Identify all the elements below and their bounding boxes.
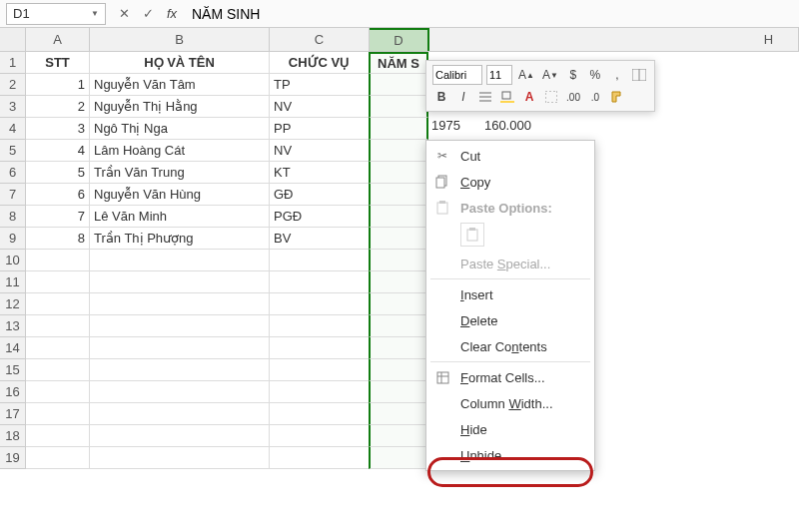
cell-role[interactable]: BV [270,228,370,250]
cell-year[interactable] [369,206,428,228]
cell-name[interactable]: Nguyễn Văn Hùng [90,184,270,206]
italic-button[interactable]: I [454,87,472,107]
cell[interactable] [26,425,90,447]
menu-unhide[interactable]: Unhide [426,442,594,468]
menu-insert[interactable]: Insert [426,281,594,307]
percent-format-icon[interactable]: % [586,65,604,85]
cell[interactable] [270,315,370,337]
cell[interactable] [369,315,428,337]
menu-column-width[interactable]: Column Width... [426,390,594,416]
row-header[interactable]: 10 [0,250,26,271]
cell-role[interactable]: NV [270,96,370,118]
row-header[interactable]: 1 [0,52,26,74]
cell[interactable] [26,315,90,337]
cell-name[interactable]: Nguyễn Thị Hằng [90,96,270,118]
menu-format-cells[interactable]: Format Cells... [426,364,594,390]
cell[interactable] [369,293,428,315]
cell-name[interactable]: Trần Thị Phượng [90,228,270,250]
decrease-font-icon[interactable]: A▼ [540,65,560,85]
cell[interactable] [26,271,90,293]
merge-cells-icon[interactable] [630,65,648,85]
cell-stt[interactable]: 2 [26,96,90,118]
cell[interactable] [270,271,370,293]
row-header[interactable]: 2 [0,74,26,96]
cell-stt[interactable]: 8 [26,228,90,250]
cell[interactable] [270,447,370,469]
cell-stt[interactable]: 5 [26,162,90,184]
cell[interactable] [270,425,370,447]
cell[interactable] [369,403,428,425]
header-name[interactable]: HỌ VÀ TÊN [90,52,270,74]
cell-year[interactable] [369,74,428,96]
row-header[interactable]: 13 [0,315,26,337]
cell[interactable] [369,381,428,403]
header-role[interactable]: CHỨC VỤ [270,52,370,74]
cell-stt[interactable]: 7 [26,206,90,228]
menu-hide[interactable]: Hide [426,416,594,442]
menu-copy[interactable]: Copy [426,169,594,195]
cell[interactable] [369,359,428,381]
row-header[interactable]: 17 [0,403,26,425]
cell-role[interactable]: PGĐ [270,206,370,228]
row-header[interactable]: 8 [0,206,26,228]
cell[interactable] [90,447,270,469]
font-size-selector[interactable] [486,65,512,85]
cell[interactable] [26,359,90,381]
cancel-icon[interactable]: ✕ [112,3,136,25]
cell-name[interactable]: Nguyễn Văn Tâm [90,74,270,96]
row-header[interactable]: 14 [0,337,26,359]
row-header[interactable]: 4 [0,118,26,140]
cell-role[interactable]: NV [270,140,370,162]
cell-name[interactable]: Lê Văn Minh [90,206,270,228]
row-header[interactable]: 12 [0,293,26,315]
col-header-B[interactable]: B [90,28,270,51]
row-header[interactable]: 18 [0,425,26,447]
row-header[interactable]: 6 [0,162,26,184]
cell-year[interactable] [369,184,428,206]
select-all-corner[interactable] [0,28,26,51]
cell-year[interactable] [369,228,428,250]
align-icon[interactable] [476,87,494,107]
col-header-C[interactable]: C [270,28,370,51]
increase-decimal-icon[interactable]: .00 [564,87,582,107]
cell-year[interactable] [369,140,428,162]
font-selector[interactable] [432,65,482,85]
cell[interactable] [90,250,270,271]
bold-button[interactable]: B [432,87,450,107]
row-header[interactable]: 5 [0,140,26,162]
col-header-D[interactable]: D [370,28,429,51]
cell[interactable] [90,271,270,293]
increase-font-icon[interactable]: A▲ [516,65,536,85]
col-header-H[interactable]: H [739,28,799,51]
cell[interactable] [270,403,370,425]
cell[interactable] [26,293,90,315]
cell[interactable] [369,250,428,271]
name-box[interactable]: D1 ▼ [6,3,106,25]
cell-name[interactable]: Trần Văn Trung [90,162,270,184]
cell-name[interactable]: Ngô Thị Nga [90,118,270,140]
cell-name[interactable]: Lâm Hoàng Cát [90,140,270,162]
row-header[interactable]: 9 [0,228,26,250]
formula-input[interactable] [184,3,799,25]
row-header[interactable]: 7 [0,184,26,206]
fill-color-icon[interactable] [498,87,516,107]
cell-role[interactable]: KT [270,162,370,184]
row-header[interactable]: 11 [0,271,26,293]
cell-year[interactable] [369,118,428,140]
cell[interactable] [90,337,270,359]
cell-role[interactable]: GĐ [270,184,370,206]
cell[interactable] [90,381,270,403]
row-header[interactable]: 3 [0,96,26,118]
menu-cut[interactable]: ✂ Cut [426,143,594,169]
menu-delete[interactable]: Delete [426,307,594,333]
cell[interactable] [90,293,270,315]
cell[interactable] [270,293,370,315]
decrease-decimal-icon[interactable]: .0 [586,87,604,107]
borders-icon[interactable] [542,87,560,107]
header-stt[interactable]: STT [26,52,90,74]
dropdown-icon[interactable]: ▼ [91,9,99,18]
cell[interactable] [369,337,428,359]
cell[interactable] [369,271,428,293]
cell[interactable] [270,381,370,403]
cell-stt[interactable]: 6 [26,184,90,206]
